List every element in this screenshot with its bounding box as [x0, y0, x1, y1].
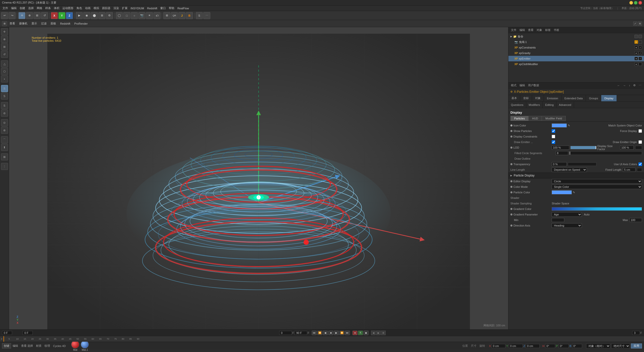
tool-soft-select[interactable]: ⊚ — [1, 127, 8, 134]
tab-object[interactable]: 对象 — [532, 95, 544, 101]
select-tool[interactable]: ✛ — [18, 12, 25, 19]
obj-toggle-render[interactable] — [638, 35, 642, 38]
display-size-slider[interactable] — [635, 146, 642, 149]
tool-magnet[interactable]: ⊙ — [1, 119, 8, 126]
tab-emission[interactable]: Emission — [544, 95, 561, 101]
menu-mograph[interactable]: 运动图形 — [61, 6, 75, 11]
color-mode-dropdown[interactable]: Single Color — [552, 185, 642, 189]
keyframe-btn[interactable]: ◆ — [364, 331, 369, 335]
menu-window[interactable]: 窗口 — [159, 6, 167, 11]
use-ui-axis-checkbox[interactable] — [638, 162, 642, 166]
menu-help[interactable]: 帮助 — [167, 6, 176, 11]
x-pos-input[interactable]: 0 cm — [492, 344, 505, 348]
tab-modifiers[interactable]: Modifiers — [526, 102, 543, 108]
redshift-menu[interactable]: Redshift — [59, 22, 72, 26]
redo-button[interactable]: ↪ — [9, 12, 16, 19]
menu-spline[interactable]: 样条 — [44, 6, 52, 11]
menu-extend[interactable]: 扩展 — [120, 6, 129, 11]
obj-toggle-const-vis[interactable]: ● — [634, 46, 638, 49]
render-view-btn[interactable]: ◉ — [83, 12, 90, 19]
obj-toggle-cloth-vis[interactable]: ● — [634, 62, 638, 66]
props-userdata-menu[interactable]: 用户数据 — [527, 83, 540, 87]
go-to-end-btn[interactable]: ⏭ — [345, 331, 350, 335]
tool-scale[interactable]: ⊞ — [1, 43, 8, 50]
scene-item-constraints[interactable]: XP xpConstraints ● ✓ — [508, 45, 644, 50]
size-mode-dropdown[interactable]: 绝对尺寸 — [611, 343, 630, 348]
show-particles-checkbox[interactable] — [552, 129, 555, 133]
transparency-input[interactable]: 0 % — [552, 162, 567, 166]
transparency-slider[interactable] — [568, 162, 596, 166]
preview-range-btn3[interactable]: ⊠ — [381, 331, 386, 335]
tool-move[interactable]: ⊕ — [1, 36, 8, 43]
current-frame-display[interactable]: 0 F — [2, 331, 12, 335]
obj-toggle-emit-render[interactable]: ✓ — [638, 57, 642, 60]
tool-rotate[interactable]: ↺ — [1, 51, 8, 58]
lod-slider[interactable] — [570, 146, 596, 149]
draw-emitter-checkbox[interactable] — [552, 140, 555, 144]
obj-toggle-vis[interactable] — [634, 35, 638, 38]
rotate-tool[interactable]: ↺ — [41, 12, 48, 19]
z-axis-btn[interactable]: Z — [66, 12, 73, 19]
menu-insydium[interactable]: INSYDIUM — [129, 6, 146, 10]
min-input[interactable] — [552, 218, 564, 222]
tool-snap[interactable]: ⊞ — [1, 153, 8, 160]
camera-menu[interactable]: 摄像机 — [18, 21, 29, 26]
menu-create[interactable]: 创建 — [18, 6, 27, 11]
coord-mode-dropdown[interactable]: 对象（相对） — [586, 343, 610, 348]
props-edit-menu[interactable]: 编辑 — [518, 83, 526, 87]
obj-toggle-emit-vis[interactable]: ● — [634, 57, 638, 60]
scene-view-menu[interactable]: 查看 — [527, 28, 535, 32]
edit-icon[interactable]: ✎ — [568, 124, 570, 127]
minimize-button[interactable]: − — [629, 1, 633, 5]
obj-toggle-vis2[interactable]: ● — [634, 40, 638, 44]
sphere-btn[interactable]: ○ — [131, 12, 138, 19]
step-back-btn[interactable]: ⏪ — [317, 331, 322, 335]
material-mat[interactable]: Mat — [71, 340, 79, 351]
y-pos-input[interactable]: 0 cm — [509, 344, 523, 348]
icon-color-swatch[interactable] — [552, 123, 567, 127]
tab-extended-data[interactable]: Extended Data — [561, 95, 586, 101]
joints-btn[interactable]: J — [178, 12, 185, 19]
obj-toggle-const-render[interactable]: ✓ — [638, 46, 642, 49]
go-to-start-btn[interactable]: ⏮ — [312, 331, 317, 335]
menu-edit[interactable]: 编辑 — [10, 6, 18, 11]
play-btn[interactable]: ▶ — [334, 331, 339, 335]
material-mat1[interactable]: Mat.1 — [81, 340, 89, 351]
scene-bookmark-menu[interactable]: 书签 — [553, 28, 560, 32]
scene-item-backup[interactable]: ▶ 📁 备份 — [508, 34, 644, 39]
viewport-settings-btn[interactable]: ⚙ — [638, 22, 642, 26]
obj-toggle-grav-vis[interactable]: ● — [634, 51, 638, 55]
display-constraints-checkbox[interactable] — [552, 135, 555, 138]
maximize-button[interactable]: □ — [634, 1, 637, 5]
scene-item-gravity[interactable]: XP xpGravity ● ✓ — [508, 50, 644, 56]
timeline-playhead[interactable] — [4, 336, 4, 342]
scene-item-camera[interactable]: 📷 免绳·1 ● — [508, 39, 644, 45]
view-menu[interactable]: 查看 — [8, 21, 17, 26]
tab-texture[interactable]: 纹理 — [43, 343, 52, 348]
tab-view-select[interactable]: 查看 选择 — [20, 343, 34, 348]
tool-bend[interactable]: ⌒ — [1, 136, 8, 143]
obj-toggle-cloth-render[interactable] — [638, 62, 642, 66]
particle-color-swatch[interactable] — [552, 190, 572, 194]
tab-advanced[interactable]: Advanced — [556, 102, 574, 108]
tool-extrude[interactable]: ⬆ — [1, 144, 8, 151]
apply-button[interactable]: 应用 — [631, 343, 642, 348]
z-pos-input[interactable]: 0 cm — [526, 344, 540, 348]
stop-btn[interactable]: ■ — [328, 331, 333, 335]
tool-sculpt[interactable]: S — [1, 102, 8, 109]
cube-btn[interactable]: □ — [123, 12, 130, 19]
tab-chuanjian[interactable]: 创键 — [2, 343, 11, 348]
scale-tool[interactable]: ⊞ — [33, 12, 41, 19]
main-viewport[interactable]: Number of emitters: 1 Total live particl… — [9, 27, 508, 329]
tab-basic[interactable]: 基本 — [508, 95, 520, 101]
gradient-param-dropdown[interactable]: Age — [552, 212, 582, 217]
fixed-length-input[interactable]: 5 cm — [623, 168, 635, 172]
viewport-resize-btn[interactable]: ⤢ — [633, 22, 637, 26]
extra-btn[interactable]: ⋯ — [203, 12, 210, 19]
force-display-checkbox[interactable] — [638, 129, 642, 133]
subtab-particles[interactable]: Particles — [510, 116, 528, 121]
fps-display[interactable]: 3 — [632, 331, 640, 335]
render-queue-btn[interactable]: ⊞ — [98, 12, 105, 19]
sound-btn[interactable]: S — [196, 12, 203, 19]
props-more[interactable]: ⋯ — [638, 83, 642, 87]
